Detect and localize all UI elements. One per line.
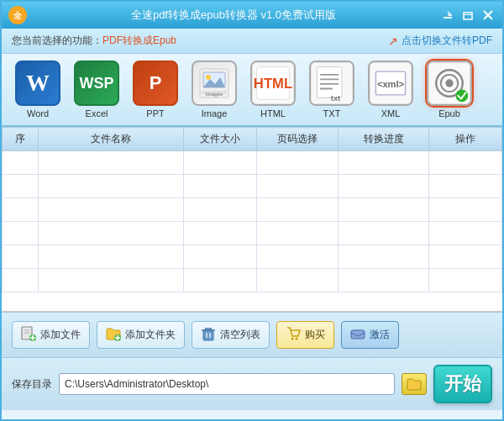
- col-header-seq: 序: [3, 128, 39, 151]
- switch-arrow-icon: ↗: [388, 34, 398, 48]
- icon-excel[interactable]: WSP Excel: [71, 61, 123, 118]
- svg-text:HTML: HTML: [254, 76, 292, 92]
- file-table: 序 文件名称 文件大小 页码选择 转换进度 操作: [2, 127, 502, 292]
- icon-word[interactable]: W Word: [12, 61, 64, 118]
- excel-icon-label: Excel: [86, 108, 108, 118]
- start-button[interactable]: 开始: [433, 365, 492, 403]
- table-row: [3, 151, 502, 175]
- svg-text:images: images: [206, 92, 223, 97]
- svg-rect-2: [464, 13, 472, 19]
- title-bar: 全 全速pdf转换成epub转换器 v1.0免费试用版: [2, 2, 502, 29]
- table-row: [3, 245, 502, 269]
- table-row: [3, 175, 502, 198]
- word-icon-label: Word: [27, 108, 49, 118]
- col-header-action: 操作: [429, 128, 502, 151]
- txt-icon-label: TXT: [323, 108, 341, 118]
- epub-icon-label: Epub: [438, 108, 460, 118]
- clear-list-button[interactable]: 清空列表: [192, 321, 270, 349]
- maximize-button[interactable]: [460, 8, 475, 23]
- app-title: 全速pdf转换成epub转换器 v1.0免费试用版: [27, 8, 440, 23]
- file-table-container: 序 文件名称 文件大小 页码选择 转换进度 操作: [2, 127, 502, 312]
- table-row: [3, 222, 502, 245]
- svg-point-45: [291, 338, 294, 340]
- add-file-button[interactable]: 添加文件: [12, 321, 90, 349]
- add-folder-label: 添加文件夹: [125, 328, 176, 342]
- icon-toolbar: W Word WSP Excel P PPT images Image: [2, 54, 502, 127]
- icon-html[interactable]: HTML HTML: [247, 61, 299, 118]
- activate-icon: [350, 326, 365, 344]
- clear-list-label: 清空列表: [220, 328, 260, 342]
- svg-text:<xml>: <xml>: [377, 79, 405, 89]
- buy-icon: [286, 326, 301, 344]
- add-folder-icon: [106, 326, 121, 344]
- save-label: 保存目录: [12, 377, 52, 392]
- minimize-button[interactable]: [440, 8, 455, 23]
- clear-list-icon: [201, 326, 216, 344]
- main-area: 序 文件名称 文件大小 页码选择 转换进度 操作: [2, 127, 502, 312]
- add-folder-button[interactable]: 添加文件夹: [97, 321, 185, 349]
- col-header-size: 文件大小: [184, 128, 257, 151]
- svg-text:txt: txt: [331, 94, 340, 103]
- save-path-input[interactable]: [59, 373, 395, 395]
- switch-link-text: 点击切换文件转PDF: [402, 34, 492, 48]
- switch-link[interactable]: ↗ 点击切换文件转PDF: [388, 34, 492, 48]
- word-icon-img: W: [15, 61, 60, 106]
- ppt-icon-label: PPT: [146, 108, 164, 118]
- add-file-label: 添加文件: [40, 328, 81, 342]
- excel-icon-img: WSP: [74, 61, 119, 106]
- svg-point-9: [206, 75, 211, 80]
- txt-icon-img: txt: [309, 61, 354, 106]
- icon-image[interactable]: images Image: [188, 61, 240, 118]
- col-header-pages: 页码选择: [256, 128, 338, 151]
- epub-icon-img: [427, 61, 472, 106]
- icon-epub[interactable]: Epub: [423, 61, 475, 118]
- html-icon-img: HTML: [250, 61, 296, 106]
- start-label: 开始: [444, 371, 481, 397]
- image-icon-label: Image: [202, 108, 228, 118]
- buy-button[interactable]: 购买: [276, 321, 334, 349]
- svg-point-27: [445, 79, 453, 87]
- image-icon-img: images: [192, 61, 237, 106]
- toolbar-label-text: 您当前选择的功能：: [12, 34, 102, 46]
- svg-rect-15: [317, 67, 342, 98]
- table-row: [3, 198, 502, 222]
- html-icon-label: HTML: [260, 108, 286, 118]
- close-button[interactable]: [480, 8, 496, 23]
- table-header-row: 序 文件名称 文件大小 页码选择 转换进度 操作: [3, 128, 502, 151]
- ppt-icon-img: P: [133, 61, 178, 106]
- svg-point-46: [296, 338, 298, 340]
- table-row: [3, 269, 502, 292]
- save-row: 保存目录 开始: [2, 358, 502, 410]
- xml-icon-img: <xml>: [368, 61, 413, 106]
- svg-rect-47: [351, 330, 365, 339]
- add-file-icon: [21, 326, 36, 344]
- activate-button[interactable]: 激活: [341, 321, 399, 349]
- icon-txt[interactable]: txt TXT: [306, 61, 358, 118]
- icon-xml[interactable]: <xml> XML: [365, 61, 417, 118]
- browse-folder-button[interactable]: [402, 373, 427, 395]
- col-header-name: 文件名称: [39, 128, 184, 151]
- activate-label: 激活: [370, 328, 390, 342]
- svg-text:全: 全: [13, 11, 23, 20]
- svg-rect-38: [203, 330, 213, 340]
- buy-label: 购买: [305, 328, 325, 342]
- toolbar-row: 您当前选择的功能：PDF转换成Epub ↗ 点击切换文件转PDF: [2, 29, 502, 54]
- app-logo: 全: [8, 6, 27, 24]
- bottom-buttons-bar: 添加文件 添加文件夹 清空列表: [2, 312, 502, 358]
- toolbar-label: 您当前选择的功能：PDF转换成Epub: [12, 34, 176, 48]
- col-header-progress: 转换进度: [339, 128, 429, 151]
- current-function-link[interactable]: PDF转换成Epub: [102, 34, 176, 46]
- window-controls: [440, 8, 496, 23]
- icon-ppt[interactable]: P PPT: [129, 61, 181, 118]
- xml-icon-label: XML: [381, 108, 401, 118]
